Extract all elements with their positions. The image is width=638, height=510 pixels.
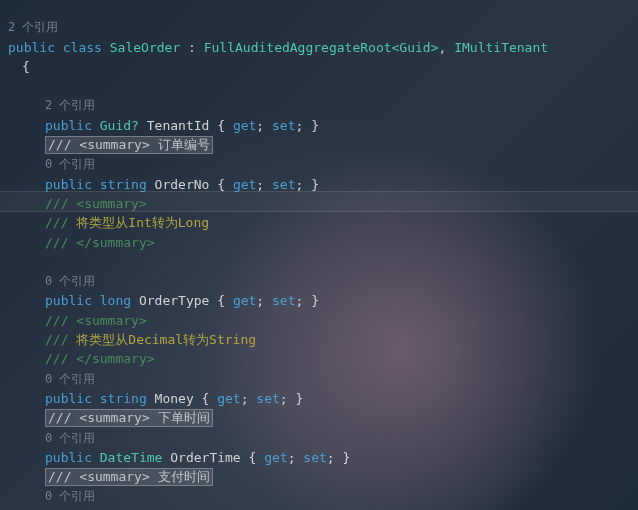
doc-summary-text: /// 将类型从Decimal转为String bbox=[8, 330, 256, 349]
prop-orderno: public string OrderNo { get; set; } bbox=[8, 175, 319, 194]
codelens-ref[interactable]: 2 个引用 bbox=[8, 20, 58, 34]
class-decl-line: public class SaleOrder : FullAuditedAggr… bbox=[8, 40, 548, 55]
doc-summary-open: /// <summary> bbox=[8, 311, 147, 330]
doc-summary-collapsed[interactable]: /// <summary> 下单时间 bbox=[45, 409, 213, 427]
doc-summary-collapsed[interactable]: /// <summary> 订单编号 bbox=[45, 136, 213, 154]
doc-summary-collapsed[interactable]: /// <summary> 支付时间 bbox=[45, 468, 213, 486]
prop-ordertype: public long OrderType { get; set; } bbox=[8, 291, 319, 310]
code-editor-content[interactable]: 2 个引用 public class SaleOrder : FullAudit… bbox=[8, 0, 638, 510]
codelens-ref[interactable]: 0 个引用 bbox=[8, 155, 95, 174]
doc-summary-close: /// </summary> bbox=[8, 233, 155, 252]
codelens-ref[interactable]: 0 个引用 bbox=[8, 272, 95, 291]
codelens-ref[interactable]: 0 个引用 bbox=[8, 487, 95, 506]
prop-tenantid: public Guid? TenantId { get; set; } bbox=[8, 116, 319, 135]
doc-summary-close: /// </summary> bbox=[8, 349, 155, 368]
editor-gutter bbox=[0, 0, 8, 510]
brace-open: { bbox=[8, 57, 30, 76]
prop-money: public string Money { get; set; } bbox=[8, 389, 303, 408]
doc-summary-text: /// 将类型从Int转为Long bbox=[8, 213, 209, 232]
codelens-ref[interactable]: 0 个引用 bbox=[8, 429, 95, 448]
doc-summary-open: /// <summary> bbox=[8, 194, 147, 213]
prop-ordertime: public DateTime OrderTime { get; set; } bbox=[8, 448, 350, 467]
codelens-ref[interactable]: 0 个引用 bbox=[8, 370, 95, 389]
codelens-ref[interactable]: 2 个引用 bbox=[8, 96, 95, 115]
